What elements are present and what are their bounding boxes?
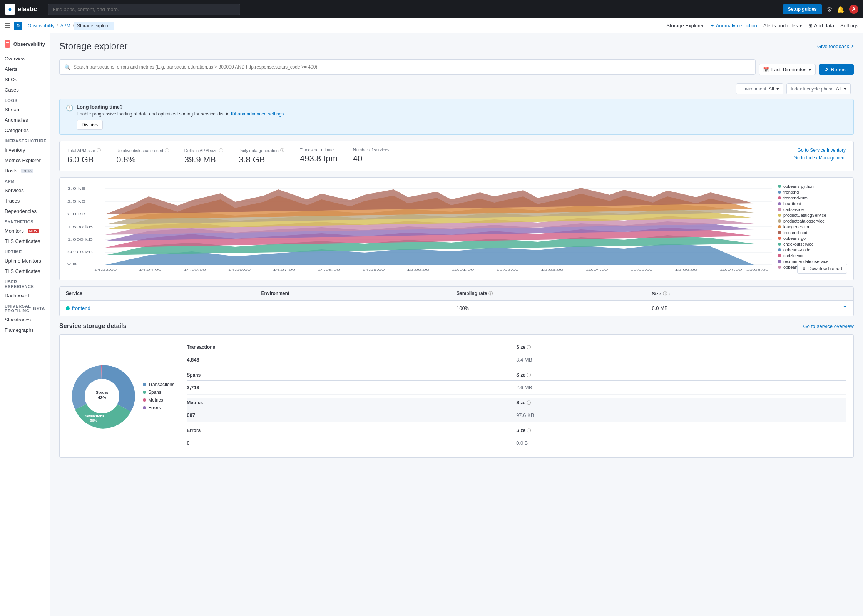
service-status-dot xyxy=(66,306,70,310)
lifecycle-label: Index lifecycle phase xyxy=(791,86,833,92)
svg-text:43%: 43% xyxy=(98,395,106,400)
detail-col-size: Size ⓘ xyxy=(516,345,846,350)
sidebar-item-flamegraphs[interactable]: Flamegraphs xyxy=(0,325,50,335)
detail-size-icon-4[interactable]: ⓘ xyxy=(527,428,531,433)
alert-desc: Enable progressive loading of data and o… xyxy=(77,111,285,117)
global-search-input[interactable] xyxy=(48,4,240,15)
top-settings-link[interactable]: Settings xyxy=(840,23,858,28)
svg-text:0 B: 0 B xyxy=(67,262,77,266)
search-filter-input[interactable] xyxy=(74,64,751,70)
alert-title: Long loading time? xyxy=(77,104,285,110)
global-search[interactable] xyxy=(48,4,240,15)
detail-table: Transactions Size ⓘ 4,846 3.4 MB Spans S… xyxy=(187,342,846,450)
alert-banner-content: 🕐 Long loading time? Enable progressive … xyxy=(66,104,285,130)
sidebar-item-tls-uptime[interactable]: TLS Certificates xyxy=(0,266,50,276)
kibana-settings-link[interactable]: Kibana advanced settings. xyxy=(231,111,285,117)
detail-size-icon-2[interactable]: ⓘ xyxy=(527,373,531,377)
sidebar-item-dashboard[interactable]: Dashboard xyxy=(0,290,50,301)
sidebar-item-cases[interactable]: Cases xyxy=(0,85,50,95)
svg-text:14:59:00: 14:59:00 xyxy=(362,268,385,271)
download-report-button[interactable]: ⬇ Download report xyxy=(797,264,847,274)
storage-explorer-link[interactable]: Storage Explorer xyxy=(666,23,704,28)
refresh-button[interactable]: ↺ Refresh xyxy=(819,64,854,75)
lifecycle-select[interactable]: Index lifecycle phase All ▾ xyxy=(786,83,851,94)
legend-item-checkoutservice: checkoutservice xyxy=(778,242,847,246)
time-range-select[interactable]: 📅 Last 15 minutes ▾ xyxy=(759,64,816,75)
col-sampling-rate: Sampling rate ⓘ xyxy=(457,291,652,296)
service-inventory-link[interactable]: Go to Service Inventory xyxy=(798,147,846,153)
stat-info-icon-3[interactable]: ⓘ xyxy=(219,147,223,153)
sidebar-item-traces[interactable]: Traces xyxy=(0,196,50,206)
chart-inner: 3.0 kB 2.5 kB 2.0 kB 1.500 kB 1,000 kB 5… xyxy=(66,184,847,274)
settings-icon[interactable]: ⚙ xyxy=(827,6,832,13)
svg-text:15:05:00: 15:05:00 xyxy=(630,268,653,271)
environment-select[interactable]: Environment All ▾ xyxy=(736,83,783,94)
add-data-button[interactable]: ⊞ Add data xyxy=(808,23,834,28)
sidebar-item-dependencies[interactable]: Dependencies xyxy=(0,206,50,216)
alerts-rules-link[interactable]: Alerts and rules ▾ xyxy=(763,23,802,28)
sidebar-item-tls-synthetics[interactable]: TLS Certificates xyxy=(0,236,50,246)
sidebar-item-stream[interactable]: Stream xyxy=(0,104,50,115)
services-table: Service Environment Sampling rate ⓘ Size… xyxy=(59,286,854,316)
stat-info-icon-1[interactable]: ⓘ xyxy=(97,147,101,153)
col-service: Service xyxy=(66,291,261,296)
sidebar-item-uptime-monitors[interactable]: Uptime Monitors xyxy=(0,256,50,266)
chart-svg: 3.0 kB 2.5 kB 2.0 kB 1.500 kB 1,000 kB 5… xyxy=(66,184,772,273)
service-size-cell: 6.0 MB ⌃ xyxy=(652,305,848,312)
hamburger-menu[interactable]: ☰ xyxy=(5,22,10,29)
stat-relative-disk-value: 0.8% xyxy=(116,155,169,165)
detail-size-icon-1[interactable]: ⓘ xyxy=(527,345,531,350)
sidebar-item-inventory[interactable]: Inventory xyxy=(0,145,50,155)
detail-size-icon-3[interactable]: ⓘ xyxy=(527,400,531,405)
space-badge: D xyxy=(14,22,22,30)
go-to-service-overview-link[interactable]: Go to service overview xyxy=(803,323,854,329)
sampling-info-icon[interactable]: ⓘ xyxy=(488,291,493,296)
breadcrumb-right-nav: Storage Explorer ✦ Anomaly detection Ale… xyxy=(666,23,858,28)
elastic-icon: e xyxy=(5,4,15,15)
collapse-icon[interactable]: ⌃ xyxy=(842,305,847,312)
sidebar-item-anomalies[interactable]: Anomalies xyxy=(0,115,50,125)
breadcrumb-apm[interactable]: APM xyxy=(58,23,73,28)
refresh-icon: ↺ xyxy=(824,67,828,72)
anomaly-detection-link[interactable]: ✦ Anomaly detection xyxy=(710,23,757,28)
sidebar-item-monitors[interactable]: Monitors NEW xyxy=(0,226,50,236)
env-value: All xyxy=(769,86,774,92)
setup-guides-button[interactable]: Setup guides xyxy=(783,4,822,14)
breadcrumb-storage-explorer: Storage explorer xyxy=(74,22,114,30)
svg-text:2.5 kB: 2.5 kB xyxy=(67,199,86,203)
index-management-link[interactable]: Go to Index Management xyxy=(794,155,846,161)
breadcrumb-observability[interactable]: Observability xyxy=(25,23,57,28)
user-avatar[interactable]: A xyxy=(849,5,858,14)
svg-text:56%: 56% xyxy=(90,418,97,422)
pie-legend-metrics: Metrics xyxy=(143,397,174,403)
sidebar-item-services[interactable]: Services xyxy=(0,185,50,196)
sort-icon[interactable]: ↓ xyxy=(669,291,671,296)
sidebar-item-hosts[interactable]: Hosts BETA xyxy=(0,166,50,176)
svg-text:14:53:00: 14:53:00 xyxy=(94,268,117,271)
sidebar-item-stacktraces[interactable]: Stacktraces xyxy=(0,315,50,325)
sidebar-section-logs: Logs xyxy=(0,95,50,104)
search-filter-bar[interactable]: 🔍 xyxy=(59,59,756,75)
sidebar-item-metrics-explorer[interactable]: Metrics Explorer xyxy=(0,155,50,166)
chart-legend: opbeans-python frontend frontend-rum hea… xyxy=(778,184,847,269)
stat-total-apm-value: 6.0 GB xyxy=(67,155,101,165)
stat-info-icon-2[interactable]: ⓘ xyxy=(165,147,169,153)
sidebar-item-slos[interactable]: SLOs xyxy=(0,74,50,85)
service-size-value: 6.0 MB xyxy=(652,305,668,311)
sidebar-item-overview[interactable]: Overview xyxy=(0,54,50,64)
give-feedback-link[interactable]: Give feedback ↗ xyxy=(817,44,854,49)
dismiss-button[interactable]: Dismiss xyxy=(77,120,103,130)
service-name-frontend[interactable]: frontend xyxy=(66,305,261,311)
elastic-logo[interactable]: e elastic xyxy=(5,4,37,15)
detail-row-transactions-count: 4,846 3.4 MB xyxy=(187,353,846,367)
calendar-icon: 📅 xyxy=(763,67,769,72)
errors-header: Errors Size ⓘ xyxy=(187,425,846,436)
sidebar-item-alerts[interactable]: Alerts xyxy=(0,64,50,74)
stat-traces: Traces per minute 493.8 tpm xyxy=(300,147,338,164)
sidebar-item-categories[interactable]: Categories xyxy=(0,125,50,136)
size-info-icon[interactable]: ⓘ xyxy=(663,291,667,296)
pie-legend-spans: Spans xyxy=(143,390,174,395)
anomaly-icon: ✦ xyxy=(710,23,714,28)
notifications-icon[interactable]: 🔔 xyxy=(837,6,845,13)
stat-info-icon-4[interactable]: ⓘ xyxy=(280,147,284,153)
